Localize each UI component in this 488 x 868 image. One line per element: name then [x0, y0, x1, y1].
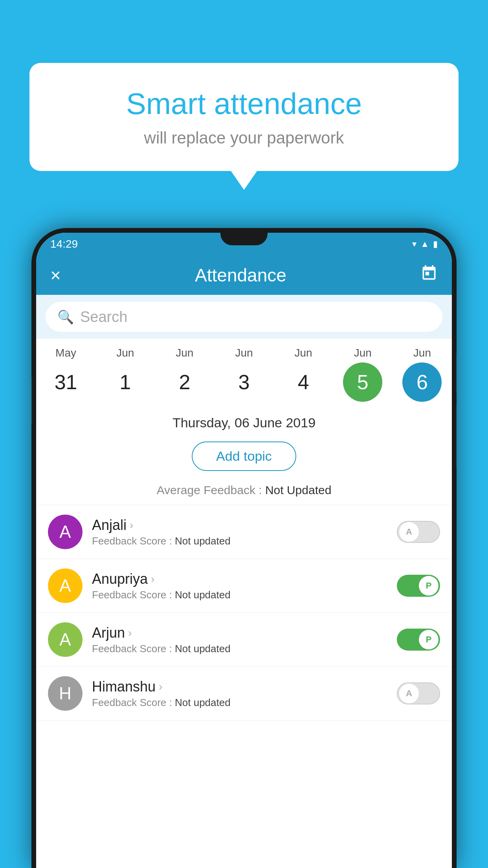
cal-date-6: 6	[402, 362, 442, 402]
feedback-label-0: Feedback Score :	[92, 535, 175, 547]
student-item-0: AAnjali›Feedback Score : Not updatedA	[36, 505, 452, 559]
toggle-0[interactable]: A	[397, 521, 440, 543]
search-bar[interactable]: 🔍 Search	[46, 302, 442, 332]
student-name-2: Arjun	[92, 625, 125, 641]
cal-month-5: Jun	[354, 347, 372, 359]
toggle-container-2[interactable]: P	[397, 629, 440, 651]
feedback-value-2: Not updated	[175, 643, 231, 655]
side-button-left	[31, 377, 32, 425]
calendar-day-6[interactable]: Jun6	[396, 347, 448, 402]
calendar-day-3[interactable]: Jun3	[218, 347, 270, 402]
feedback-label-3: Feedback Score :	[92, 697, 175, 708]
student-avatar-2: A	[48, 622, 83, 657]
search-bar-container: 🔍 Search	[36, 295, 452, 339]
toggle-knob-2: P	[419, 630, 438, 649]
bubble-title: Smart attendance	[53, 86, 435, 121]
calendar-strip: May31Jun1Jun2Jun3Jun4Jun5Jun6	[36, 339, 452, 406]
add-topic-button[interactable]: Add topic	[192, 441, 296, 471]
phone-notch	[220, 228, 268, 245]
student-avatar-3: H	[48, 676, 83, 711]
student-info-0: Anjali›Feedback Score : Not updated	[92, 517, 387, 547]
app-bar: × Attendance	[36, 256, 452, 295]
chevron-icon-2: ›	[128, 627, 132, 639]
student-item-3: HHimanshu›Feedback Score : Not updatedA	[36, 667, 452, 721]
student-avatar-0: A	[48, 515, 83, 549]
wifi-icon: ▾	[412, 239, 416, 249]
calendar-day-5[interactable]: Jun5	[337, 347, 388, 402]
calendar-day-0[interactable]: May31	[40, 347, 92, 402]
cal-date-0: 31	[46, 362, 86, 402]
student-info-2: Arjun›Feedback Score : Not updated	[92, 625, 387, 655]
feedback-value-3: Not updated	[175, 697, 231, 708]
cal-month-3: Jun	[235, 347, 253, 359]
speech-bubble: Smart attendance will replace your paper…	[29, 63, 459, 171]
search-input[interactable]: Search	[80, 309, 127, 326]
cal-month-6: Jun	[413, 347, 431, 359]
toggle-knob-3: A	[399, 684, 419, 703]
date-info: Thursday, 06 June 2019	[36, 406, 452, 434]
calendar-icon[interactable]	[420, 265, 438, 286]
calendar-day-4[interactable]: Jun4	[278, 347, 329, 402]
calendar-day-2[interactable]: Jun2	[159, 347, 210, 402]
cal-date-5: 5	[343, 362, 382, 402]
student-item-2: AArjun›Feedback Score : Not updatedP	[36, 613, 452, 667]
chevron-icon-3: ›	[159, 680, 162, 693]
feedback-label-1: Feedback Score :	[92, 589, 175, 601]
feedback-value-0: Not updated	[175, 535, 231, 547]
search-icon: 🔍	[57, 309, 74, 325]
cal-month-1: Jun	[116, 347, 134, 359]
cal-date-3: 3	[224, 362, 264, 402]
signal-icon: ▲	[420, 239, 429, 249]
side-button-right-volume-down	[456, 405, 457, 468]
toggle-1[interactable]: P	[397, 575, 440, 597]
feedback-label-2: Feedback Score :	[92, 643, 175, 655]
cal-date-2: 2	[165, 362, 204, 402]
chevron-icon-0: ›	[130, 519, 133, 531]
toggle-container-1[interactable]: P	[397, 575, 440, 597]
cal-month-4: Jun	[295, 347, 312, 359]
status-time: 14:29	[50, 238, 78, 250]
feedback-value-1: Not updated	[175, 589, 231, 601]
battery-icon: ▮	[433, 239, 438, 249]
add-topic-container: Add topic	[36, 434, 452, 478]
student-info-1: Anupriya›Feedback Score : Not updated	[92, 571, 387, 601]
toggle-knob-0: A	[399, 522, 419, 542]
cal-month-0: May	[55, 347, 76, 359]
toggle-knob-1: P	[419, 576, 438, 596]
student-avatar-1: A	[48, 568, 83, 603]
avg-feedback: Average Feedback : Not Updated	[36, 478, 452, 505]
student-item-1: AAnupriya›Feedback Score : Not updatedP	[36, 559, 452, 613]
student-name-1: Anupriya	[92, 571, 148, 587]
toggle-3[interactable]: A	[397, 682, 440, 704]
toggle-container-3[interactable]: A	[397, 682, 440, 704]
app-bar-title: Attendance	[195, 265, 286, 286]
student-name-3: Himanshu	[92, 679, 156, 695]
toggle-container-0[interactable]: A	[397, 521, 440, 543]
status-icons: ▾ ▲ ▮	[412, 239, 438, 249]
chevron-icon-1: ›	[151, 573, 154, 585]
toggle-2[interactable]: P	[397, 629, 440, 651]
bubble-subtitle: will replace your paperwork	[53, 129, 435, 147]
calendar-day-1[interactable]: Jun1	[100, 347, 151, 402]
student-name-0: Anjali	[92, 517, 127, 533]
phone-frame: 14:29 ▾ ▲ ▮ × Attendance 🔍 Search	[31, 228, 457, 868]
side-button-right-volume-up	[456, 354, 457, 393]
phone-screen: 14:29 ▾ ▲ ▮ × Attendance 🔍 Search	[36, 233, 452, 868]
avg-feedback-value: Not Updated	[265, 484, 331, 497]
student-list: AAnjali›Feedback Score : Not updatedAAAn…	[36, 505, 452, 721]
cal-date-4: 4	[284, 362, 323, 402]
cal-month-2: Jun	[176, 347, 193, 359]
cal-date-1: 1	[106, 362, 145, 402]
selected-date: Thursday, 06 June 2019	[172, 415, 316, 430]
avg-feedback-label: Average Feedback :	[157, 484, 265, 497]
close-icon[interactable]: ×	[50, 265, 61, 286]
student-info-3: Himanshu›Feedback Score : Not updated	[92, 679, 387, 709]
